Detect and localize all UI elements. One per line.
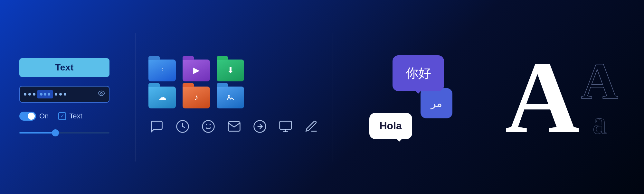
typography-outline: A a — [581, 55, 618, 139]
spanish-text: Hola — [379, 120, 402, 132]
password-dots — [24, 90, 95, 98]
slider-fill — [19, 132, 55, 134]
toggle-label: On — [39, 112, 49, 120]
icons-row — [148, 118, 320, 135]
svg-point-0 — [100, 92, 102, 94]
clock-icon[interactable] — [174, 118, 191, 135]
outline-small-a: a — [592, 107, 607, 139]
checkbox[interactable]: ✓ — [58, 112, 66, 120]
checkbox-label: Text — [69, 112, 82, 120]
pwd-dot-2 — [28, 93, 31, 96]
toggle-checkbox-row: On ✓ Text — [19, 112, 122, 121]
folders-grid: ⋮ ▶ ⬇ ☁ ♪ — [148, 60, 320, 108]
svg-rect-8 — [280, 121, 292, 129]
typography-big-a: A — [505, 46, 576, 149]
mail-icon[interactable] — [226, 118, 242, 135]
slider-track — [19, 132, 109, 134]
pwd-dot-1 — [24, 93, 26, 96]
text-button[interactable]: Text — [19, 58, 109, 77]
pwd-sel-dot-2 — [44, 93, 46, 96]
folder-video[interactable]: ▶ — [183, 60, 210, 81]
pwd-selection — [37, 90, 53, 98]
section-translation: 你好 Hola مر — [352, 49, 463, 145]
toggle-switch[interactable] — [19, 112, 36, 121]
slider-container[interactable] — [19, 130, 109, 136]
bubble-arabic: مر — [421, 88, 452, 118]
folder-download[interactable]: ⬇ — [217, 60, 244, 81]
folder-photos[interactable] — [217, 87, 244, 108]
pwd-dot-4 — [55, 93, 57, 96]
monitor-icon[interactable] — [277, 118, 294, 135]
divider-3 — [483, 33, 483, 162]
edit-icon[interactable] — [303, 118, 320, 135]
bubble-chinese: 你好 — [393, 55, 444, 91]
folder-files[interactable]: ⋮ — [148, 60, 176, 81]
divider-1 — [135, 33, 136, 162]
section-typography: A A a — [496, 0, 625, 194]
password-field[interactable] — [19, 86, 109, 103]
pwd-sel-dot-3 — [48, 93, 50, 96]
checkbox-container[interactable]: ✓ Text — [58, 112, 82, 120]
toggle-knob — [28, 113, 35, 120]
bubble-spanish: Hola — [369, 113, 412, 139]
pwd-dot-3 — [33, 93, 35, 96]
main-container: Text — [0, 0, 644, 194]
outline-big-a: A — [581, 55, 618, 107]
divider-2 — [333, 33, 333, 162]
eye-icon[interactable] — [98, 90, 105, 98]
chinese-text: 你好 — [405, 66, 431, 80]
pwd-dot-6 — [64, 93, 66, 96]
section-controls: Text — [19, 58, 122, 136]
chat-icon[interactable] — [148, 118, 165, 135]
svg-point-3 — [203, 120, 214, 132]
arrow-right-icon[interactable] — [251, 118, 268, 135]
emoji-icon[interactable] — [200, 118, 217, 135]
toggle-container: On — [19, 112, 49, 121]
slider-thumb[interactable] — [52, 129, 59, 136]
pwd-sel-dot-1 — [40, 93, 43, 96]
folder-music[interactable]: ♪ — [183, 87, 210, 108]
pwd-dot-5 — [59, 93, 62, 96]
arabic-text: مر — [431, 97, 442, 109]
section-folders-icons: ⋮ ▶ ⬇ ☁ ♪ — [148, 60, 320, 135]
checkbox-check-icon: ✓ — [60, 113, 64, 119]
svg-point-1 — [228, 95, 230, 97]
folder-cloud[interactable]: ☁ — [148, 87, 176, 108]
